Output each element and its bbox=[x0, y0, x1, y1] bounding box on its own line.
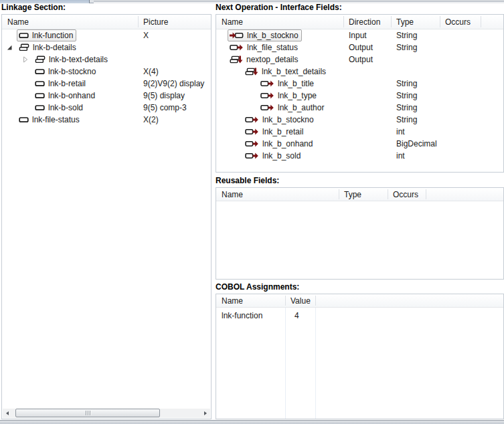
scroll-right-arrow-icon[interactable] bbox=[201, 409, 210, 418]
column-separator[interactable] bbox=[315, 296, 316, 306]
field-name: lnk_b_author bbox=[278, 103, 324, 112]
tree-row[interactable]: lnk_b_authorString bbox=[216, 102, 503, 114]
assignment-name-cell: lnk-function bbox=[222, 311, 262, 320]
column-header-type[interactable]: Type bbox=[396, 17, 414, 27]
tree-row[interactable]: nextop_detailsOutput bbox=[216, 54, 503, 66]
selected-item[interactable]: lnk_b_stockno bbox=[228, 29, 302, 41]
column-separator[interactable] bbox=[391, 16, 392, 27]
column-header-name[interactable]: Name bbox=[222, 190, 243, 199]
row-indent bbox=[2, 60, 22, 60]
item[interactable]: lnk-b-sold bbox=[33, 102, 86, 114]
linkage-horizontal-scrollbar[interactable] bbox=[3, 409, 210, 418]
item[interactable]: lnk_b_title bbox=[258, 78, 317, 90]
tree-row[interactable]: lnk_b_titleString bbox=[216, 78, 503, 90]
interface-table-header: Name Direction Type Occurs bbox=[216, 15, 503, 29]
row-indent bbox=[216, 84, 258, 84]
table-row[interactable]: lnk-function4 bbox=[216, 308, 503, 322]
tree-row[interactable]: lnk_b_retailint bbox=[216, 126, 503, 138]
column-header-name[interactable]: Name bbox=[7, 17, 29, 27]
tree-row[interactable]: lnk_b_text_details bbox=[216, 66, 503, 78]
linkage-tree: lnk-functionXlnk-b-detailslnk-b-text-det… bbox=[2, 29, 211, 126]
item[interactable]: lnk-b-stockno bbox=[33, 66, 99, 78]
item[interactable]: lnk_b_text_details bbox=[243, 66, 329, 78]
direction-cell: Output bbox=[349, 55, 373, 64]
outer-horizontal-scrollbar[interactable] bbox=[0, 420, 504, 424]
direction-cell: Output bbox=[349, 43, 373, 52]
column-header-occurs[interactable]: Occurs bbox=[445, 17, 471, 27]
column-header-type[interactable]: Type bbox=[344, 190, 361, 199]
tree-row[interactable]: lnk-b-retail9(2)V9(2) display bbox=[2, 78, 211, 90]
tree-collapsed-icon[interactable] bbox=[22, 56, 33, 63]
tree-row[interactable]: lnk_b_soldint bbox=[216, 150, 503, 162]
column-separator[interactable] bbox=[285, 296, 286, 306]
tree-row[interactable]: lnk-b-details bbox=[2, 41, 211, 54]
cobol-assignments-title: COBOL Assignments: bbox=[216, 282, 299, 292]
column-separator[interactable] bbox=[440, 16, 440, 27]
type-cell: String bbox=[396, 91, 417, 100]
column-separator[interactable] bbox=[339, 189, 339, 199]
column-header-name[interactable]: Name bbox=[222, 17, 243, 27]
row-indent bbox=[216, 60, 228, 60]
scroll-left-arrow-icon[interactable] bbox=[3, 409, 12, 418]
item[interactable]: nextop_details bbox=[228, 54, 301, 66]
column-header-name[interactable]: Name bbox=[222, 296, 243, 306]
selected-item[interactable]: lnk-function bbox=[17, 29, 76, 41]
tab-corner bbox=[89, 0, 94, 3]
column-header-picture[interactable]: Picture bbox=[143, 17, 168, 27]
row-indent bbox=[2, 72, 22, 72]
reusable-fields-table: Name Type Occurs bbox=[216, 187, 504, 280]
field-name: lnk_b_type bbox=[278, 91, 317, 100]
tree-row[interactable]: lnk-file-statusX(2) bbox=[2, 114, 211, 126]
output-field-icon bbox=[260, 91, 274, 100]
item[interactable]: lnk-b-details bbox=[17, 41, 80, 54]
column-separator[interactable] bbox=[426, 189, 426, 199]
item[interactable]: lnk-b-retail bbox=[33, 78, 89, 90]
item[interactable]: lnk_b_author bbox=[258, 102, 327, 114]
tree-row[interactable]: lnk_b_stocknoString bbox=[216, 114, 503, 126]
field-name: lnk-b-onhand bbox=[48, 91, 95, 100]
item[interactable]: lnk-file-status bbox=[17, 114, 83, 126]
tree-row[interactable]: lnk_file_statusOutputString bbox=[216, 41, 503, 54]
column-header-value[interactable]: Value bbox=[290, 296, 311, 306]
column-separator[interactable] bbox=[388, 189, 388, 199]
tree-row[interactable]: lnk-b-stocknoX(4) bbox=[2, 66, 211, 78]
picture-cell: X(4) bbox=[143, 67, 159, 76]
column-separator[interactable] bbox=[343, 16, 344, 27]
field-icon bbox=[19, 115, 29, 124]
column-separator[interactable] bbox=[138, 16, 139, 27]
tree-row[interactable]: lnk-functionX bbox=[2, 29, 211, 41]
tree-row[interactable]: lnk_b_typeString bbox=[216, 90, 503, 102]
item[interactable]: lnk-b-onhand bbox=[33, 90, 98, 102]
field-name: lnk-b-sold bbox=[48, 103, 83, 112]
type-cell: String bbox=[396, 43, 417, 52]
item[interactable]: lnk_b_onhand bbox=[243, 138, 316, 150]
tree-expanded-icon[interactable] bbox=[6, 44, 17, 51]
scrollbar-thumb[interactable] bbox=[15, 409, 160, 417]
item[interactable]: lnk_b_sold bbox=[243, 150, 304, 162]
row-indent bbox=[2, 108, 22, 108]
field-name: lnk-b-details bbox=[33, 43, 76, 52]
tree-row[interactable]: lnk-b-sold9(5) comp-3 bbox=[2, 102, 211, 114]
column-header-direction[interactable]: Direction bbox=[349, 17, 380, 27]
output-field-icon bbox=[245, 151, 259, 161]
tree-row[interactable]: lnk-b-text-details bbox=[2, 54, 211, 66]
tree-row[interactable]: lnk_b_onhandBigDecimal bbox=[216, 138, 503, 150]
field-name: lnk-b-stockno bbox=[48, 67, 96, 76]
assignment-value-cell: 4 bbox=[295, 311, 299, 320]
input-field-icon bbox=[230, 31, 244, 40]
column-separator[interactable] bbox=[481, 16, 481, 27]
field-name: lnk_b_onhand bbox=[262, 139, 313, 148]
item[interactable]: lnk_b_stockno bbox=[243, 114, 317, 126]
item[interactable]: lnk_b_type bbox=[258, 90, 320, 102]
row-indent bbox=[216, 132, 243, 132]
column-header-occurs[interactable]: Occurs bbox=[393, 190, 418, 199]
item[interactable]: lnk_file_status bbox=[228, 41, 301, 54]
tree-row[interactable]: lnk_b_stocknoInputString bbox=[216, 29, 503, 41]
item[interactable]: lnk-b-text-details bbox=[33, 54, 111, 66]
row-indent bbox=[2, 84, 22, 84]
item[interactable]: lnk_b_retail bbox=[243, 126, 307, 138]
field-name: lnk_b_stockno bbox=[247, 31, 299, 40]
field-icon bbox=[35, 103, 45, 112]
reusable-fields-title: Reusable Fields: bbox=[216, 176, 279, 185]
tree-row[interactable]: lnk-b-onhand9(5) display bbox=[2, 90, 211, 102]
